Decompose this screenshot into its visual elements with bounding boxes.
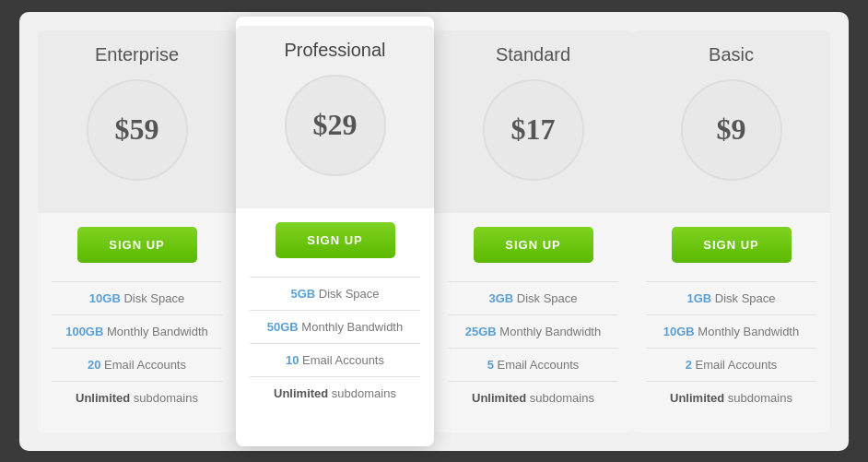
plan-standard-feature-3: Unlimited subdomains: [448, 381, 618, 414]
plan-enterprise-features: 10GB Disk Space100GB Monthly Bandwidth20…: [52, 281, 222, 414]
feature-bold: Unlimited: [472, 391, 526, 405]
feature-highlight: 5: [487, 358, 494, 372]
feature-highlight: 25GB: [465, 325, 497, 338]
plan-basic-price: $9: [717, 113, 746, 147]
plan-professional-features: 5GB Disk Space50GB Monthly Bandwidth10 E…: [250, 277, 420, 409]
plan-standard-price: $17: [511, 113, 556, 147]
plan-standard-feature-2: 5 Email Accounts: [448, 348, 618, 381]
plan-professional-feature-0: 5GB Disk Space: [250, 277, 420, 310]
plan-professional: Professional$29SIGN UP5GB Disk Space50GB…: [236, 17, 434, 446]
plan-basic-features: 1GB Disk Space10GB Monthly Bandwidth2 Em…: [646, 281, 816, 414]
pricing-table: Enterprise$59SIGN UP10GB Disk Space100GB…: [19, 12, 849, 451]
plan-basic-header: Basic$9: [632, 30, 830, 213]
feature-highlight: 5GB: [290, 287, 315, 301]
plan-professional-feature-1: 50GB Monthly Bandwidth: [250, 310, 420, 343]
plan-enterprise-header: Enterprise$59: [38, 30, 236, 213]
plan-enterprise-feature-2: 20 Email Accounts: [52, 348, 222, 381]
plan-professional-feature-2: 10 Email Accounts: [250, 343, 420, 376]
plan-standard-header: Standard$17: [434, 30, 632, 213]
plan-standard-feature-1: 25GB Monthly Bandwidth: [448, 314, 618, 348]
feature-highlight: 10GB: [89, 291, 121, 305]
plan-standard-signup-button[interactable]: SIGN UP: [474, 227, 593, 263]
plan-enterprise-feature-1: 100GB Monthly Bandwidth: [52, 314, 222, 348]
plan-professional-feature-3: Unlimited subdomains: [250, 376, 420, 409]
feature-highlight: 1GB: [686, 291, 711, 305]
plan-basic-name: Basic: [709, 44, 754, 65]
plan-professional-signup-button[interactable]: SIGN UP: [276, 222, 395, 258]
plan-enterprise-price: $59: [115, 113, 159, 147]
feature-highlight: 10: [286, 353, 299, 367]
plan-enterprise-name: Enterprise: [95, 44, 179, 65]
feature-highlight: 2: [686, 358, 692, 372]
feature-highlight: 10GB: [663, 325, 695, 338]
feature-highlight: 50GB: [267, 320, 299, 334]
plan-standard-name: Standard: [496, 44, 570, 65]
plan-enterprise-price-circle: $59: [87, 79, 188, 181]
plan-professional-header: Professional$29: [236, 26, 434, 208]
plan-professional-name: Professional: [284, 40, 385, 61]
plan-enterprise-feature-3: Unlimited subdomains: [52, 381, 222, 414]
plan-professional-price: $29: [313, 108, 358, 142]
plan-enterprise-signup-button[interactable]: SIGN UP: [77, 227, 197, 263]
plan-basic-feature-2: 2 Email Accounts: [646, 348, 816, 381]
plan-enterprise-feature-0: 10GB Disk Space: [52, 281, 222, 314]
plan-standard-feature-0: 3GB Disk Space: [448, 281, 618, 314]
plan-basic-feature-0: 1GB Disk Space: [646, 281, 816, 314]
plan-basic: Basic$9SIGN UP1GB Disk Space10GB Monthly…: [632, 30, 830, 432]
feature-highlight: 20: [88, 358, 100, 372]
plan-standard-price-circle: $17: [483, 79, 584, 181]
plan-enterprise: Enterprise$59SIGN UP10GB Disk Space100GB…: [38, 30, 236, 432]
plan-professional-price-circle: $29: [285, 75, 386, 176]
plan-basic-price-circle: $9: [681, 79, 782, 181]
feature-bold: Unlimited: [670, 391, 724, 405]
plan-basic-signup-button[interactable]: SIGN UP: [672, 227, 792, 263]
plan-standard: Standard$17SIGN UP3GB Disk Space25GB Mon…: [434, 30, 632, 432]
plan-basic-feature-1: 10GB Monthly Bandwidth: [646, 314, 816, 348]
plan-standard-features: 3GB Disk Space25GB Monthly Bandwidth5 Em…: [448, 281, 618, 414]
feature-highlight: 3GB: [488, 291, 513, 305]
plan-basic-feature-3: Unlimited subdomains: [646, 381, 816, 414]
feature-highlight: 100GB: [65, 325, 103, 338]
feature-bold: Unlimited: [274, 386, 328, 400]
feature-bold: Unlimited: [76, 391, 130, 405]
